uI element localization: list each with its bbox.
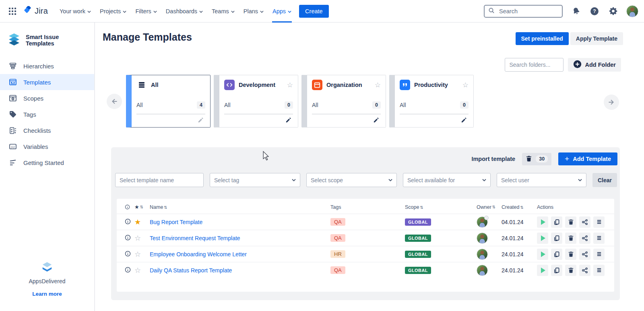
favorite-star-icon[interactable]: ☆: [134, 235, 141, 242]
add-folder-button[interactable]: Add Folder: [568, 58, 621, 72]
bulk-delete-button[interactable]: 30: [522, 153, 551, 165]
info-icon[interactable]: [125, 235, 131, 242]
search-folders-input[interactable]: [505, 58, 564, 72]
edit-pencil-icon[interactable]: [198, 117, 204, 125]
star-column-header[interactable]: ★⇅: [134, 204, 150, 210]
owner-column-header[interactable]: Owner⇅: [477, 204, 502, 210]
search-input[interactable]: [498, 8, 558, 15]
available-for-filter-select[interactable]: Select available for: [403, 173, 491, 187]
copy-template-button[interactable]: [551, 233, 562, 244]
delete-template-button[interactable]: [565, 249, 576, 260]
delete-template-button[interactable]: [565, 265, 576, 276]
scope-column-header[interactable]: Scope⇅: [405, 204, 477, 210]
sidebar-item-checklists[interactable]: Checklists: [0, 122, 94, 138]
nav-item-apps[interactable]: Apps: [268, 0, 296, 23]
row-menu-button[interactable]: [593, 249, 605, 260]
app-logo[interactable]: Smart Issue Templates: [0, 23, 94, 58]
nav-item-projects[interactable]: Projects: [95, 0, 131, 23]
settings-gear-icon[interactable]: [608, 6, 618, 16]
info-icon[interactable]: [125, 218, 131, 226]
favorite-star-icon[interactable]: ☆: [375, 82, 381, 89]
nav-item-plans[interactable]: Plans: [239, 0, 268, 23]
template-name-link[interactable]: Bug Report Template: [150, 219, 202, 225]
share-template-button[interactable]: [579, 265, 590, 276]
nav-item-teams[interactable]: Teams: [207, 0, 239, 23]
favorite-star-icon[interactable]: ☆: [134, 267, 141, 274]
run-template-button[interactable]: [537, 249, 548, 260]
help-icon[interactable]: ?: [589, 6, 600, 16]
row-menu-button[interactable]: [593, 216, 605, 228]
delete-template-button[interactable]: [565, 216, 576, 228]
create-button[interactable]: Create: [299, 5, 329, 18]
sidebar-item-variables[interactable]: (x) Variables: [0, 138, 94, 154]
info-column-header[interactable]: [125, 204, 134, 210]
global-search[interactable]: [484, 5, 563, 18]
sidebar-item-getting-started[interactable]: Getting Started: [0, 154, 94, 171]
sidebar-footer: AppsDelivered Learn more: [0, 262, 94, 297]
run-template-button[interactable]: [537, 233, 548, 244]
share-template-button[interactable]: [579, 216, 590, 228]
edit-pencil-icon[interactable]: [461, 117, 467, 125]
template-name-link[interactable]: Test Environment Request Template: [150, 235, 240, 241]
owner-avatar: [477, 265, 488, 276]
template-name-filter-input[interactable]: [115, 173, 204, 187]
folder-card-organization[interactable]: Organization ☆ All 0: [301, 75, 386, 128]
info-icon[interactable]: [125, 251, 131, 258]
notifications-bell-icon[interactable]: [571, 6, 581, 16]
scope-filter-select[interactable]: Select scope: [306, 173, 397, 187]
favorite-star-icon[interactable]: ☆: [287, 82, 293, 89]
info-icon[interactable]: [125, 267, 131, 274]
edit-pencil-icon[interactable]: [373, 117, 379, 125]
share-template-button[interactable]: [579, 249, 590, 260]
jira-logo[interactable]: Jira: [23, 6, 48, 16]
folder-count-badge: 4: [197, 101, 205, 109]
sidebar-item-tags[interactable]: Tags: [0, 106, 94, 122]
copy-template-button[interactable]: [551, 265, 562, 276]
tag-filter-select[interactable]: Select tag: [210, 173, 300, 187]
folder-card-all[interactable]: All All 4: [126, 75, 211, 128]
sidebar-item-hierarchies[interactable]: Hierarchies: [0, 58, 94, 74]
chevron-down-icon: [482, 179, 486, 181]
apply-template-button[interactable]: Apply Template: [570, 32, 623, 45]
sidebar-item-scopes[interactable]: Scopes: [0, 90, 94, 106]
nav-item-filters[interactable]: Filters: [131, 0, 161, 23]
copy-template-button[interactable]: [551, 249, 562, 260]
trash-icon: [568, 219, 574, 225]
carousel-left-arrow[interactable]: [107, 94, 122, 109]
share-icon: [582, 251, 588, 257]
user-filter-select[interactable]: Select user: [497, 173, 586, 187]
favorite-star-icon[interactable]: ☆: [134, 251, 141, 258]
folder-card-development[interactable]: Development ☆ All 0: [214, 75, 298, 128]
share-template-button[interactable]: [579, 233, 590, 244]
set-preinstalled-button[interactable]: Set preinstalled: [516, 32, 569, 45]
carousel-right-arrow[interactable]: [604, 95, 619, 110]
folder-carousel: All All 4 Development ☆: [107, 75, 474, 128]
delete-template-button[interactable]: [565, 233, 576, 244]
row-menu-button[interactable]: [593, 265, 605, 276]
sidebar-item-templates[interactable]: Templates: [0, 74, 94, 90]
nav-item-dashboards[interactable]: Dashboards: [161, 0, 207, 23]
learn-more-link[interactable]: Learn more: [32, 291, 62, 297]
user-avatar[interactable]: [626, 5, 638, 17]
copy-template-button[interactable]: [551, 216, 562, 228]
folder-card-productivity[interactable]: Productivity ☆ All 0: [389, 75, 474, 128]
favorite-star-icon[interactable]: ☆: [462, 82, 469, 89]
edit-pencil-icon[interactable]: [285, 117, 291, 125]
clear-filters-button[interactable]: Clear: [592, 173, 617, 187]
template-name-link[interactable]: Daily QA Status Report Template: [150, 267, 232, 274]
created-column-header[interactable]: Created⇅: [502, 204, 537, 210]
row-menu-button[interactable]: [593, 233, 605, 244]
add-template-button[interactable]: + Add Template: [558, 152, 617, 165]
app-title: Smart Issue Templates: [26, 34, 89, 47]
import-template-link[interactable]: Import template: [471, 156, 515, 162]
run-template-button[interactable]: [537, 265, 548, 276]
run-template-button[interactable]: [537, 216, 548, 228]
name-column-header[interactable]: Name⇅: [150, 204, 330, 210]
app-switcher-icon[interactable]: [6, 4, 19, 18]
nav-item-your-work[interactable]: Your work: [55, 0, 95, 23]
menu-icon: [596, 251, 602, 257]
favorite-star-icon[interactable]: ★: [134, 218, 141, 226]
row-actions: [537, 265, 606, 276]
template-name-link[interactable]: Employee Onboarding Welcome Letter: [150, 251, 247, 257]
trash-icon: [568, 267, 574, 273]
